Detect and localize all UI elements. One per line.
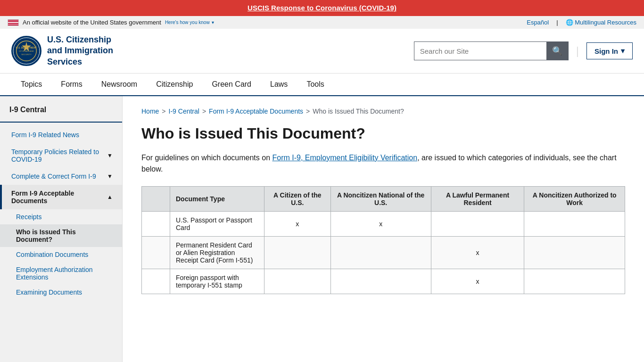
- nav-link-tools[interactable]: Tools: [297, 74, 333, 95]
- nav-link-citizenship[interactable]: Citizenship: [147, 74, 202, 95]
- cell-noncitizen-national: x: [330, 211, 431, 236]
- table-row: Permanent Resident Card or Alien Registr…: [142, 236, 625, 269]
- main-nav: Topics Forms Newsroom Citizenship Green …: [0, 74, 644, 96]
- nav-link-newsroom[interactable]: Newsroom: [92, 74, 147, 95]
- cell-lawful-permanent: x: [431, 236, 524, 269]
- breadcrumb-sep-2: >: [202, 107, 206, 115]
- nav-item-tools: Tools: [297, 74, 333, 95]
- cell-noncitizen-work: [524, 269, 625, 294]
- nav-item-newsroom: Newsroom: [92, 74, 147, 95]
- breadcrumb-current: Who is Issued This Document?: [313, 107, 404, 115]
- search-box: 🔍: [414, 41, 569, 60]
- cell-lawful-permanent: x: [431, 269, 524, 294]
- site-logo-text: U.S. Citizenship and Immigration Service…: [47, 34, 113, 67]
- col-header-citizen: A Citizen of the U.S.: [264, 186, 331, 211]
- search-input[interactable]: [414, 43, 546, 59]
- row-num: [142, 211, 170, 236]
- table-row: U.S. Passport or Passport Card x x: [142, 211, 625, 236]
- covid-banner: USCIS Response to Coronavirus (COVID-19): [0, 0, 644, 16]
- nav-link-forms[interactable]: Forms: [51, 74, 91, 95]
- table-row: Foreign passport with temporary I-551 st…: [142, 269, 625, 294]
- cell-citizen: [264, 269, 331, 294]
- header-right: 🔍 | Sign In ▾: [414, 41, 633, 60]
- globe-icon: 🌐: [566, 19, 573, 26]
- col-header-doc-type: Document Type: [170, 186, 264, 211]
- svg-text:SECURITY: SECURITY: [21, 53, 32, 56]
- sidebar-item-temp-policies[interactable]: Temporary Policies Related to COVID-19 ▼: [0, 143, 122, 168]
- chevron-right-icon: ▼: [107, 173, 113, 180]
- cell-doc-type: U.S. Passport or Passport Card: [170, 211, 264, 236]
- row-num: [142, 269, 170, 294]
- search-button[interactable]: 🔍: [546, 42, 568, 60]
- gov-bar-left: An official website of the United States…: [8, 19, 214, 26]
- sidebar-item-form-news[interactable]: Form I-9 Related News: [0, 126, 122, 143]
- espanol-link[interactable]: Español: [527, 19, 549, 26]
- official-text: An official website of the United States…: [23, 19, 161, 26]
- col-header-num: [142, 186, 170, 211]
- breadcrumb: Home > I-9 Central > Form I-9 Acceptable…: [141, 107, 625, 115]
- col-header-noncitizen-national: A Noncitizen National of the U.S.: [330, 186, 431, 211]
- cell-citizen: [264, 236, 331, 269]
- header-divider: |: [576, 44, 579, 58]
- how-know-button[interactable]: Here's how you know ▾: [165, 20, 214, 25]
- chevron-up-icon: ▲: [107, 194, 113, 200]
- nav-list: Topics Forms Newsroom Citizenship Green …: [0, 74, 644, 95]
- document-table: Document Type A Citizen of the U.S. A No…: [141, 186, 625, 294]
- nav-item-green-card: Green Card: [202, 74, 261, 95]
- sidebar-sub-examining-docs[interactable]: Examining Documents: [0, 285, 122, 300]
- breadcrumb-home[interactable]: Home: [141, 107, 159, 115]
- intro-text-before: For guidelines on which documents on: [141, 154, 272, 162]
- breadcrumb-i9-central[interactable]: I-9 Central: [169, 107, 199, 115]
- gov-bar: An official website of the United States…: [0, 16, 644, 29]
- sidebar-sub-combination-docs[interactable]: Combination Documents: [0, 247, 122, 262]
- covid-banner-link[interactable]: USCIS Response to Coronavirus (COVID-19): [248, 4, 396, 12]
- main-content: Home > I-9 Central > Form I-9 Acceptable…: [123, 96, 644, 362]
- cell-noncitizen-national: [330, 236, 431, 269]
- intro-paragraph: For guidelines on which documents on For…: [141, 152, 625, 175]
- cell-noncitizen-work: [524, 236, 625, 269]
- nav-link-topics[interactable]: Topics: [11, 74, 51, 95]
- sidebar: I-9 Central Form I-9 Related News Tempor…: [0, 96, 123, 362]
- form-i9-link[interactable]: Form I-9, Employment Eligibility Verific…: [272, 154, 418, 162]
- nav-item-citizenship: Citizenship: [147, 74, 202, 95]
- site-header: U.S. DEPARTMENT OF HOMELAND SECURITY U.S…: [0, 29, 644, 74]
- breadcrumb-sep-3: >: [306, 107, 310, 115]
- gov-bar-right: Español | 🌐 Multilingual Resources: [527, 19, 636, 26]
- cell-doc-type: Permanent Resident Card or Alien Registr…: [170, 236, 264, 269]
- uscis-seal: U.S. DEPARTMENT OF HOMELAND SECURITY: [11, 36, 41, 66]
- nav-link-green-card[interactable]: Green Card: [202, 74, 261, 95]
- search-icon: 🔍: [552, 46, 562, 56]
- col-header-noncitizen-work: A Noncitizen Authorized to Work: [524, 186, 625, 211]
- svg-text:OF HOMELAND: OF HOMELAND: [19, 50, 34, 52]
- chevron-down-icon: ▾: [212, 20, 214, 25]
- cell-noncitizen-work: [524, 211, 625, 236]
- page-title: Who is Issued This Document?: [141, 124, 625, 142]
- cell-doc-type: Foreign passport with temporary I-551 st…: [170, 269, 264, 294]
- chevron-down-icon: ▾: [621, 47, 625, 55]
- content-wrapper: I-9 Central Form I-9 Related News Tempor…: [0, 96, 644, 362]
- sidebar-item-complete-correct[interactable]: Complete & Correct Form I-9 ▼: [0, 168, 122, 185]
- cell-noncitizen-national: [330, 269, 431, 294]
- multilingual-link[interactable]: 🌐 Multilingual Resources: [566, 19, 636, 26]
- sidebar-title: I-9 Central: [0, 106, 122, 123]
- breadcrumb-acceptable-docs[interactable]: Form I-9 Acceptable Documents: [209, 107, 303, 115]
- logo-area: U.S. DEPARTMENT OF HOMELAND SECURITY U.S…: [11, 34, 113, 67]
- row-num: [142, 236, 170, 269]
- col-header-lawful-permanent: A Lawful Permanent Resident: [431, 186, 524, 211]
- sidebar-sub-who-issued[interactable]: Who is Issued This Document?: [0, 224, 122, 247]
- nav-item-laws: Laws: [261, 74, 297, 95]
- nav-link-laws[interactable]: Laws: [261, 74, 297, 95]
- us-flag-icon: [8, 19, 19, 26]
- nav-item-topics: Topics: [11, 74, 51, 95]
- sidebar-sub-receipts[interactable]: Receipts: [0, 209, 122, 224]
- sidebar-item-acceptable-docs[interactable]: Form I-9 Acceptable Documents ▲: [0, 185, 122, 209]
- cell-lawful-permanent: [431, 211, 524, 236]
- sign-in-button[interactable]: Sign In ▾: [586, 42, 633, 59]
- breadcrumb-sep-1: >: [162, 107, 165, 115]
- chevron-right-icon: ▼: [107, 152, 113, 159]
- sidebar-sub-emp-auth[interactable]: Employment Authorization Extensions: [0, 262, 122, 285]
- nav-item-forms: Forms: [51, 74, 91, 95]
- cell-citizen: x: [264, 211, 331, 236]
